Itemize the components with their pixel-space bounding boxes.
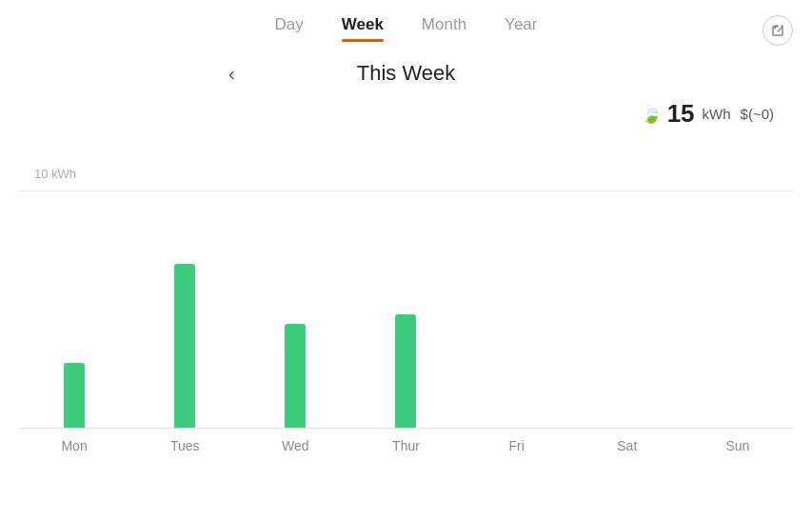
- energy-unit: kWh: [703, 106, 731, 122]
- bar-group-sun: [683, 191, 793, 429]
- bar-group-thur: [350, 191, 461, 429]
- leaf-icon: 🍃: [641, 104, 662, 125]
- x-label-fri: Fri: [462, 438, 572, 453]
- x-label-thur: Thur: [350, 438, 461, 453]
- prev-period-button[interactable]: ‹: [219, 59, 245, 89]
- bar-wed[interactable]: [285, 324, 306, 429]
- period-title: This Week: [357, 61, 456, 86]
- x-label-sun: Sun: [683, 438, 793, 453]
- bar-group-fri: [462, 191, 572, 429]
- chart-container: 10 kWh MonTuesWedThurFriSatSun: [19, 138, 793, 462]
- bar-tues[interactable]: [174, 264, 195, 429]
- export-button[interactable]: [762, 15, 793, 46]
- bar-group-mon: [19, 191, 129, 429]
- bar-group-wed: [240, 191, 350, 429]
- energy-value: 15: [667, 99, 695, 129]
- bar-group-tues: [129, 191, 240, 429]
- tab-navigation: Day Week Month Year: [0, 0, 812, 48]
- x-labels: MonTuesWedThurFriSatSun: [19, 429, 793, 462]
- tab-month[interactable]: Month: [422, 15, 466, 40]
- x-label-sat: Sat: [572, 438, 683, 453]
- period-header: ‹ This Week: [0, 48, 812, 93]
- tab-week[interactable]: Week: [342, 15, 384, 40]
- tab-day[interactable]: Day: [275, 15, 304, 40]
- energy-cost: $(~0): [741, 106, 774, 122]
- bar-group-sat: [572, 191, 683, 429]
- x-label-tues: Tues: [129, 438, 240, 453]
- bar-mon[interactable]: [64, 363, 85, 429]
- bars-area: [19, 191, 793, 429]
- tab-year[interactable]: Year: [505, 15, 537, 40]
- x-label-wed: Wed: [240, 438, 350, 453]
- x-label-mon: Mon: [19, 438, 129, 453]
- energy-summary: 🍃 15 kWh $(~0): [0, 93, 812, 138]
- y-axis-label: 10 kWh: [34, 167, 76, 181]
- bar-thur[interactable]: [395, 314, 416, 429]
